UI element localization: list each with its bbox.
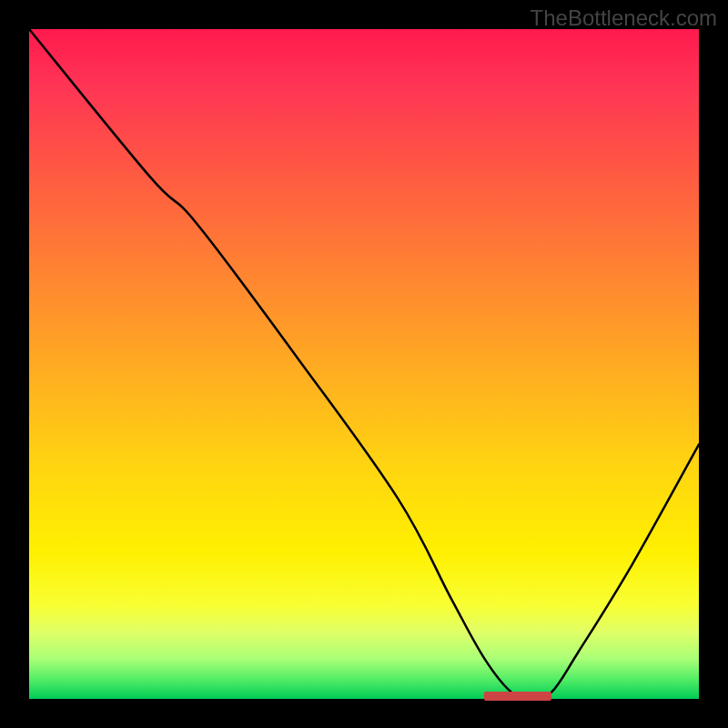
optimal-range-marker [484,692,551,701]
watermark-text: TheBottleneck.com [531,5,717,31]
bottleneck-curve [29,29,699,699]
chart-plot-area [29,29,699,699]
